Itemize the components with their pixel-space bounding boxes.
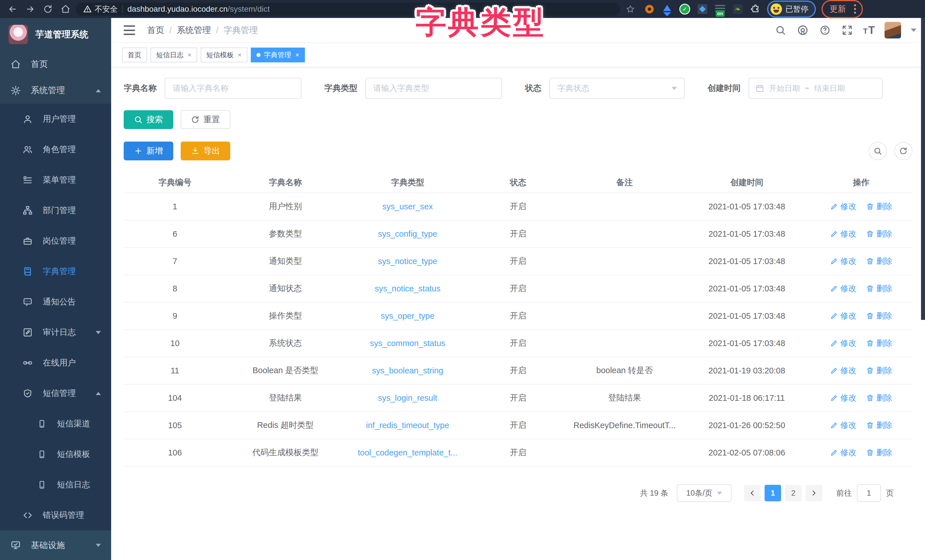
- avatar-caret-icon[interactable]: [911, 29, 916, 35]
- sidebar-item-sms-log[interactable]: 短信日志: [0, 470, 111, 500]
- delete-button[interactable]: 删除: [866, 393, 892, 403]
- search-button[interactable]: 搜索: [124, 110, 173, 129]
- not-secure-warning[interactable]: 不安全: [83, 4, 118, 14]
- edit-button[interactable]: 修改: [830, 256, 856, 266]
- browser-back-icon[interactable]: [5, 2, 20, 17]
- tag-sms-log[interactable]: 短信日志 ×: [151, 48, 197, 62]
- sidebar-item-users[interactable]: 用户管理: [0, 104, 111, 134]
- extension-donut-icon[interactable]: [643, 3, 655, 15]
- prev-page-button[interactable]: [744, 485, 761, 501]
- next-page-button[interactable]: [806, 485, 822, 501]
- page-button-2[interactable]: 2: [785, 485, 801, 501]
- dict-name-input[interactable]: [165, 78, 301, 99]
- sidebar-item-notice[interactable]: 通知公告: [0, 286, 111, 317]
- tag-sms-template[interactable]: 短信模板 ×: [200, 48, 247, 62]
- browser-forward-icon[interactable]: [23, 2, 38, 17]
- help-icon[interactable]: [819, 24, 831, 36]
- page-scrollbar[interactable]: [921, 18, 925, 320]
- delete-button[interactable]: 删除: [866, 338, 892, 349]
- dict-type-link[interactable]: tool_codegen_template_t...: [358, 448, 458, 457]
- sidebar-item-system[interactable]: 系统管理: [0, 77, 111, 104]
- dict-type-link[interactable]: sys_login_result: [378, 393, 437, 402]
- sidebar-item-departments[interactable]: 部门管理: [0, 195, 111, 226]
- edit-button[interactable]: 修改: [830, 310, 856, 321]
- dict-type-link[interactable]: sys_notice_status: [375, 284, 441, 293]
- edit-button[interactable]: 修改: [830, 447, 856, 458]
- tag-dict-management[interactable]: 字典管理 ×: [251, 48, 305, 62]
- app-logo[interactable]: 芋道管理系统: [0, 18, 111, 51]
- fullscreen-icon[interactable]: [841, 24, 853, 36]
- delete-button[interactable]: 删除: [866, 420, 892, 431]
- edit-button[interactable]: 修改: [830, 365, 856, 376]
- search-icon[interactable]: [774, 24, 787, 36]
- reset-button[interactable]: 重置: [181, 110, 230, 129]
- delete-button[interactable]: 删除: [866, 310, 892, 321]
- dict-type-input[interactable]: [365, 78, 502, 99]
- date-range-picker[interactable]: 开始日期 ~ 结束日期: [749, 78, 883, 99]
- bookmark-star-icon[interactable]: [623, 2, 638, 17]
- sidebar-item-online-users[interactable]: 在线用户: [0, 348, 111, 378]
- delete-button[interactable]: 删除: [866, 283, 892, 294]
- breadcrumb-system[interactable]: 系统管理: [177, 24, 211, 36]
- github-icon[interactable]: [797, 24, 809, 36]
- sidebar-toggle-icon[interactable]: [124, 26, 135, 35]
- close-icon[interactable]: ×: [238, 51, 242, 59]
- sidebar-item-infrastructure[interactable]: 基础设施: [0, 530, 111, 560]
- dict-type-link[interactable]: sys_config_type: [378, 229, 437, 238]
- extension-plant-icon[interactable]: ❧: [732, 3, 744, 15]
- sidebar-item-error-code[interactable]: 错误码管理: [0, 500, 111, 530]
- user-avatar[interactable]: [884, 22, 901, 38]
- dict-type-link[interactable]: sys_oper_type: [381, 311, 435, 321]
- delete-button[interactable]: 删除: [866, 365, 892, 376]
- sidebar-item-roles[interactable]: 角色管理: [0, 134, 111, 165]
- breadcrumb-home[interactable]: 首页: [147, 24, 164, 36]
- sidebar-item-sms-channel[interactable]: 短信渠道: [0, 408, 111, 439]
- sidebar-item-home[interactable]: 首页: [0, 51, 111, 77]
- date-start[interactable]: 开始日期: [769, 83, 800, 93]
- sidebar-item-audit-log[interactable]: 审计日志: [0, 317, 111, 348]
- tag-home[interactable]: 首页: [122, 48, 147, 62]
- dict-type-link[interactable]: sys_common_status: [370, 339, 445, 348]
- close-icon[interactable]: ×: [187, 51, 191, 59]
- goto-page-input[interactable]: [857, 484, 881, 502]
- sidebar-item-sms-template[interactable]: 短信模板: [0, 439, 111, 470]
- edit-button[interactable]: 修改: [830, 229, 856, 239]
- dict-type-link[interactable]: inf_redis_timeout_type: [366, 421, 449, 430]
- status-select[interactable]: 字典状态: [550, 78, 685, 99]
- font-size-icon[interactable]: TT: [863, 25, 875, 36]
- refresh-table-button[interactable]: [894, 142, 913, 160]
- dict-type-link[interactable]: sys_boolean_string: [372, 366, 443, 375]
- export-button[interactable]: 导出: [181, 142, 230, 160]
- dict-type-link[interactable]: sys_user_sex: [383, 202, 433, 211]
- extension-list-icon[interactable]: on: [714, 3, 726, 15]
- browser-menu-kebab-icon[interactable]: [852, 4, 858, 14]
- sidebar-item-dict[interactable]: 字典管理: [0, 256, 111, 286]
- page-size-select[interactable]: 10条/页: [677, 484, 732, 502]
- extension-green-icon[interactable]: ✓: [679, 3, 691, 15]
- edit-button[interactable]: 修改: [830, 201, 856, 212]
- delete-button[interactable]: 删除: [866, 256, 892, 266]
- edit-button[interactable]: 修改: [830, 338, 856, 349]
- chrome-update-button[interactable]: 更新: [827, 3, 849, 15]
- show-search-toggle-button[interactable]: [869, 142, 887, 160]
- close-icon[interactable]: ×: [295, 51, 299, 59]
- browser-home-icon[interactable]: [58, 2, 73, 17]
- browser-reload-icon[interactable]: [41, 2, 55, 17]
- sidebar-item-posts[interactable]: 岗位管理: [0, 226, 111, 256]
- extension-gem-icon[interactable]: [661, 3, 673, 15]
- dict-type-link[interactable]: sys_notice_type: [378, 257, 437, 266]
- delete-button[interactable]: 删除: [866, 229, 892, 239]
- delete-button[interactable]: 删除: [866, 201, 892, 212]
- sidebar-item-sms[interactable]: 短信管理: [0, 378, 111, 408]
- extension-grid-icon[interactable]: [696, 3, 708, 15]
- browser-profile-chip[interactable]: 已暂停: [767, 1, 816, 18]
- extensions-puzzle-icon[interactable]: [749, 3, 761, 15]
- edit-button[interactable]: 修改: [830, 393, 856, 403]
- add-button[interactable]: 新增: [124, 142, 173, 160]
- edit-button[interactable]: 修改: [830, 283, 856, 294]
- page-button-1[interactable]: 1: [765, 485, 781, 501]
- date-end[interactable]: 结束日期: [814, 83, 845, 93]
- sidebar-item-menus[interactable]: 菜单管理: [0, 165, 111, 195]
- delete-button[interactable]: 删除: [866, 447, 892, 458]
- edit-button[interactable]: 修改: [830, 420, 856, 431]
